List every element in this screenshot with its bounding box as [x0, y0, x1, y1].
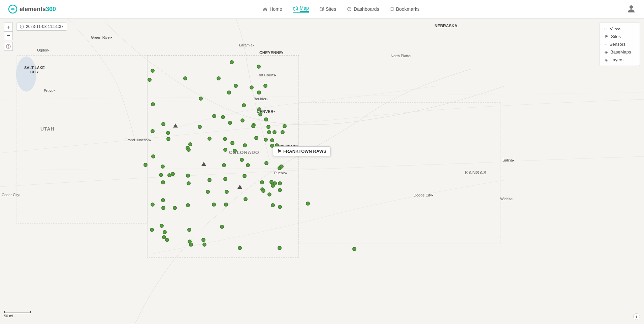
- marker-dot[interactable]: [222, 163, 226, 167]
- marker-dot[interactable]: [261, 189, 265, 193]
- marker-dot[interactable]: [159, 173, 163, 177]
- zoom-in-button[interactable]: +: [4, 23, 13, 31]
- marker-dot[interactable]: [188, 240, 192, 244]
- marker-dot[interactable]: [352, 247, 356, 251]
- marker-triangle[interactable]: [201, 162, 206, 166]
- marker-dot[interactable]: [220, 225, 224, 229]
- marker-dot[interactable]: [266, 125, 270, 129]
- marker-triangle[interactable]: [237, 185, 242, 189]
- marker-dot[interactable]: [278, 246, 282, 250]
- marker-dot[interactable]: [166, 131, 170, 135]
- marker-dot[interactable]: [272, 130, 277, 134]
- marker-dot[interactable]: [257, 107, 261, 111]
- marker-dot[interactable]: [151, 69, 155, 73]
- marker-dot[interactable]: [148, 78, 152, 82]
- marker-dot[interactable]: [225, 190, 229, 194]
- marker-dot[interactable]: [257, 65, 261, 69]
- marker-dot[interactable]: [227, 91, 231, 95]
- marker-dot[interactable]: [187, 181, 191, 185]
- marker-dot[interactable]: [254, 136, 258, 140]
- marker-dot[interactable]: [264, 117, 268, 121]
- marker-dot[interactable]: [186, 203, 190, 207]
- marker-dot[interactable]: [207, 178, 212, 182]
- marker-dot[interactable]: [260, 180, 264, 184]
- marker-dot[interactable]: [283, 124, 287, 128]
- marker-dot[interactable]: [230, 60, 234, 64]
- marker-dot[interactable]: [161, 122, 165, 126]
- compass-button[interactable]: [4, 42, 13, 51]
- marker-dot[interactable]: [150, 228, 154, 232]
- marker-dot[interactable]: [233, 149, 237, 153]
- marker-dot[interactable]: [244, 197, 248, 201]
- marker-dot[interactable]: [278, 205, 282, 209]
- map-container[interactable]: NEBRASKA UTAH KANSAS COLORADO Green Rive…: [0, 19, 644, 324]
- marker-dot[interactable]: [171, 172, 175, 176]
- marker-dot[interactable]: [251, 124, 255, 128]
- marker-dot[interactable]: [151, 102, 155, 106]
- marker-dot[interactable]: [234, 84, 238, 88]
- nav-bookmarks[interactable]: Bookmarks: [390, 6, 420, 12]
- nav-map[interactable]: Map: [293, 5, 309, 13]
- marker-dot[interactable]: [228, 121, 232, 125]
- marker-dot[interactable]: [273, 181, 277, 185]
- franktown-popup[interactable]: ⚑ FRANKTOWN RAWS: [273, 146, 331, 156]
- panel-basemaps[interactable]: ◈ BaseMaps: [605, 49, 635, 55]
- nav-dashboards[interactable]: Dashboards: [347, 6, 379, 12]
- marker-dot[interactable]: [187, 228, 191, 232]
- marker-dot[interactable]: [212, 114, 216, 118]
- marker-triangle[interactable]: [173, 123, 178, 128]
- marker-dot[interactable]: [223, 148, 227, 152]
- marker-dot[interactable]: [160, 224, 164, 228]
- marker-dot[interactable]: [161, 198, 165, 202]
- marker-dot[interactable]: [221, 115, 225, 119]
- panel-views[interactable]: □ Views: [605, 26, 635, 31]
- marker-dot[interactable]: [207, 137, 212, 141]
- marker-dot[interactable]: [243, 174, 247, 178]
- marker-dot[interactable]: [250, 85, 254, 89]
- marker-dot[interactable]: [263, 84, 267, 88]
- marker-dot[interactable]: [161, 165, 165, 169]
- marker-dot[interactable]: [206, 190, 210, 194]
- marker-dot[interactable]: [183, 76, 187, 80]
- marker-dot[interactable]: [264, 138, 268, 142]
- marker-dot[interactable]: [246, 163, 250, 167]
- marker-dot[interactable]: [202, 243, 206, 247]
- marker-dot[interactable]: [230, 141, 234, 145]
- marker-dot[interactable]: [223, 177, 227, 181]
- marker-dot[interactable]: [280, 165, 284, 169]
- panel-layers[interactable]: ◈ Layers: [605, 57, 635, 62]
- info-button[interactable]: i: [633, 313, 640, 320]
- marker-dot[interactable]: [217, 76, 221, 80]
- panel-sensors[interactable]: ≈ Sensors: [605, 42, 635, 47]
- nav-home[interactable]: Home: [263, 6, 282, 12]
- marker-dot[interactable]: [243, 143, 247, 147]
- marker-dot[interactable]: [199, 97, 203, 101]
- marker-dot[interactable]: [198, 125, 202, 129]
- marker-dot[interactable]: [165, 238, 169, 242]
- marker-dot[interactable]: [278, 181, 282, 185]
- marker-dot[interactable]: [258, 112, 262, 116]
- marker-dot[interactable]: [143, 163, 148, 167]
- marker-dot[interactable]: [306, 202, 310, 206]
- marker-dot[interactable]: [257, 91, 261, 95]
- marker-dot[interactable]: [201, 238, 205, 242]
- marker-dot[interactable]: [166, 137, 170, 141]
- marker-dot[interactable]: [186, 174, 190, 178]
- marker-dot[interactable]: [267, 130, 271, 134]
- marker-dot[interactable]: [223, 137, 227, 141]
- marker-dot[interactable]: [173, 206, 177, 210]
- panel-sites[interactable]: ⚑ Sites: [605, 34, 635, 39]
- marker-dot[interactable]: [224, 203, 228, 207]
- marker-dot[interactable]: [240, 158, 244, 162]
- marker-dot[interactable]: [161, 206, 165, 210]
- nav-sites[interactable]: Sites: [320, 6, 336, 12]
- marker-dot[interactable]: [281, 130, 285, 134]
- user-button[interactable]: [626, 4, 636, 14]
- marker-dot[interactable]: [267, 192, 271, 196]
- zoom-out-button[interactable]: −: [4, 31, 13, 40]
- marker-dot[interactable]: [151, 154, 155, 158]
- marker-dot[interactable]: [187, 148, 191, 152]
- marker-dot[interactable]: [151, 203, 155, 207]
- marker-dot[interactable]: [270, 138, 274, 142]
- marker-dot[interactable]: [240, 118, 245, 122]
